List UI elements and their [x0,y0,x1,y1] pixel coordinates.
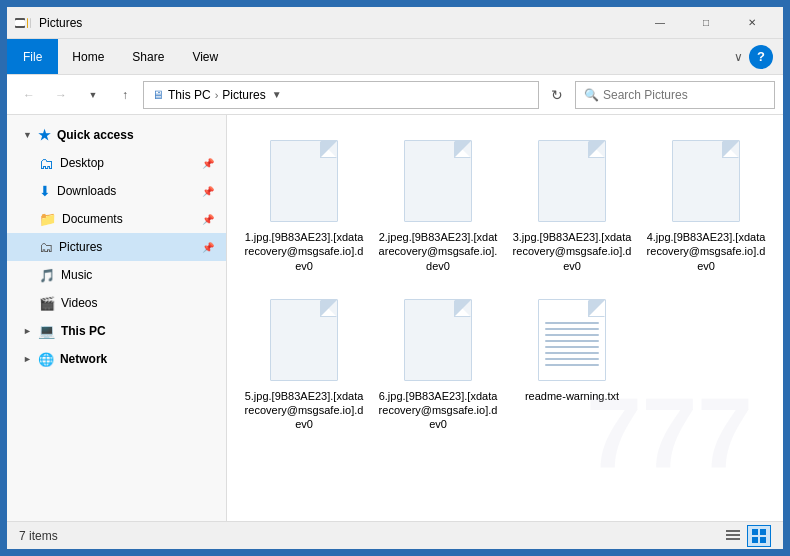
share-menu[interactable]: Share [118,39,178,74]
sidebar-pictures-label: Pictures [59,240,196,254]
desktop-folder-icon: 🗂 [39,155,54,172]
file-icon [538,299,606,381]
file-icon-container [532,136,612,226]
file-icon-container [532,295,612,385]
help-button[interactable]: ? [749,45,773,69]
path-pictures: Pictures [222,88,265,102]
sidebar-music-label: Music [61,268,214,282]
sidebar-item-desktop[interactable]: 🗂 Desktop 📌 [7,149,226,177]
file-label: 6.jpg.[9B83AE23].[xdatarecovery@msgsafe.… [378,389,498,432]
maximize-button[interactable]: □ [683,7,729,39]
search-icon: 🔍 [584,88,599,102]
list-item[interactable]: readme-warning.txt [507,286,637,437]
sidebar-desktop-label: Desktop [60,156,196,170]
doc-line [545,364,599,366]
file-icon-container [398,295,478,385]
doc-line [545,328,599,330]
large-icons-view-button[interactable] [747,525,771,547]
list-view-button[interactable] [721,525,745,547]
sidebar-videos-label: Videos [61,296,214,310]
svg-rect-5 [752,537,758,543]
quick-access-label: Quick access [57,128,214,142]
search-box[interactable]: 🔍 [575,81,775,109]
menu-bar: File Home Share View ∨ ? [7,39,783,75]
close-button[interactable]: ✕ [729,7,775,39]
path-separator-1: › [215,89,219,101]
file-icon [404,299,472,381]
videos-icon: 🎬 [39,296,55,311]
forward-button[interactable]: → [47,81,75,109]
file-icon [270,299,338,381]
path-dropdown-icon[interactable]: ▼ [272,89,282,100]
sidebar-item-pictures[interactable]: 🗂 Pictures 📌 [7,233,226,261]
sidebar-item-music[interactable]: 🎵 Music [7,261,226,289]
sidebar-item-this-pc[interactable]: ► 💻 This PC [7,317,226,345]
downloads-icon: ⬇ [39,183,51,199]
file-icon [672,140,740,222]
documents-folder-icon: 📁 [39,211,56,227]
list-item[interactable]: 2.jpeg.[9B83AE23].[xdatarecovery@msgsafe… [373,127,503,278]
title-bar: Pictures — □ ✕ [7,7,783,39]
sidebar-documents-label: Documents [62,212,196,226]
doc-line [545,322,599,324]
sidebar: ▼ ★ Quick access 🗂 Desktop 📌 ⬇ Downloads… [7,115,227,521]
minimize-button[interactable]: — [637,7,683,39]
sidebar-item-network[interactable]: ► 🌐 Network [7,345,226,373]
sidebar-item-downloads[interactable]: ⬇ Downloads 📌 [7,177,226,205]
svg-rect-3 [752,529,758,535]
view-menu[interactable]: View [178,39,232,74]
list-item[interactable]: 5.jpg.[9B83AE23].[xdatarecovery@msgsafe.… [239,286,369,437]
main-content: ▼ ★ Quick access 🗂 Desktop 📌 ⬇ Downloads… [7,115,783,521]
star-icon: ★ [38,127,51,143]
up-button[interactable]: ↑ [111,81,139,109]
chevron-right-icon-net: ► [23,354,32,364]
file-icon-container [264,295,344,385]
sidebar-downloads-label: Downloads [57,184,196,198]
list-item[interactable]: 1.jpg.[9B83AE23].[xdatarecovery@msgsafe.… [239,127,369,278]
sidebar-item-quick-access[interactable]: ▼ ★ Quick access [7,121,226,149]
svg-rect-4 [760,529,766,535]
menu-expand-icon[interactable]: ∨ [734,50,743,64]
network-label: Network [60,352,214,366]
list-item[interactable]: 6.jpg.[9B83AE23].[xdatarecovery@msgsafe.… [373,286,503,437]
file-menu[interactable]: File [7,39,58,74]
address-path[interactable]: 🖥 This PC › Pictures ▼ [143,81,539,109]
file-label: 3.jpg.[9B83AE23].[xdatarecovery@msgsafe.… [512,230,632,273]
pin-icon-documents: 📌 [202,214,214,225]
window: Pictures — □ ✕ File Home Share View ∨ ? … [5,5,785,551]
doc-line [545,346,599,348]
list-item[interactable]: 3.jpg.[9B83AE23].[xdatarecovery@msgsafe.… [507,127,637,278]
status-text: 7 items [19,529,721,543]
search-input[interactable] [603,88,766,102]
file-icon-container [264,136,344,226]
file-label: 1.jpg.[9B83AE23].[xdatarecovery@msgsafe.… [244,230,364,273]
files-grid: 1.jpg.[9B83AE23].[xdatarecovery@msgsafe.… [239,127,771,437]
file-icon [538,140,606,222]
doc-line [545,358,599,360]
address-bar: ← → ▼ ↑ 🖥 This PC › Pictures ▼ ↻ 🔍 [7,75,783,115]
svg-rect-6 [760,537,766,543]
pc-icon: 💻 [38,323,55,339]
back-button[interactable]: ← [15,81,43,109]
menu-chevron: ∨ ? [724,45,783,69]
chevron-right-icon: ▼ [23,130,32,140]
list-item[interactable]: 4.jpg.[9B83AE23].[xdatarecovery@msgsafe.… [641,127,771,278]
file-icon-container [666,136,746,226]
path-this-pc: This PC [168,88,211,102]
recent-locations-button[interactable]: ▼ [79,81,107,109]
file-icon-container [398,136,478,226]
refresh-button[interactable]: ↻ [543,81,571,109]
sidebar-item-videos[interactable]: 🎬 Videos [7,289,226,317]
file-label: 2.jpeg.[9B83AE23].[xdatarecovery@msgsafe… [378,230,498,273]
file-area: 777 1.jpg.[9B83AE23].[xdatarecovery@msgs… [227,115,783,521]
pin-icon-desktop: 📌 [202,158,214,169]
music-icon: 🎵 [39,268,55,283]
home-menu[interactable]: Home [58,39,118,74]
sidebar-item-documents[interactable]: 📁 Documents 📌 [7,205,226,233]
svg-rect-2 [726,538,740,540]
pictures-folder-icon: 🗂 [39,239,53,255]
window-title: Pictures [39,16,637,30]
doc-lines [545,322,599,372]
path-computer-icon: 🖥 [152,88,164,102]
status-bar: 7 items [7,521,783,549]
